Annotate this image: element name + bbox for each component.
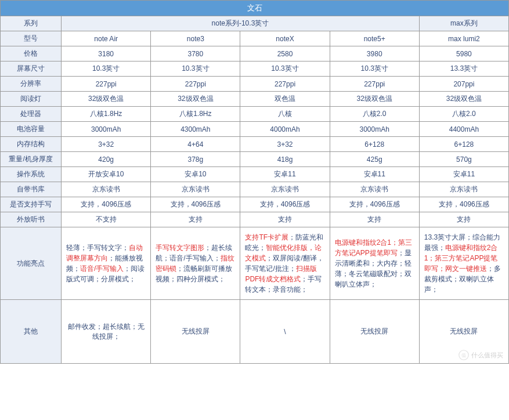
cell-price-note3: 3780	[151, 46, 240, 61]
cell-tts-noteX: 支持	[240, 212, 330, 227]
cell-store-note5p: 京东读书	[330, 182, 419, 197]
cell-screen-note5p: 10.3英寸	[330, 61, 419, 77]
cell-pen-noteX: 支持，4096压感	[240, 197, 330, 212]
cell-weight-maxlumi2: 570g	[419, 152, 508, 167]
cell-light-note5p: 32级双色温	[330, 92, 419, 107]
cell-cpu-note5p: 八核2.0	[330, 107, 419, 122]
cell-other-note3: 无线投屏	[151, 300, 240, 364]
row-ppi: 分辨率227ppi227ppi227ppi227ppi207ppi	[1, 77, 509, 92]
row-light: 阅读灯32级双色温32级双色温双色温32级双色温32级双色温	[1, 92, 509, 107]
row-tts: 外放听书不支持支持支持支持支持	[1, 212, 509, 227]
cell-pen-note3: 支持，4096压感	[151, 197, 240, 212]
cell-screen-note3: 10.3英寸	[151, 61, 240, 77]
cell-battery-note5p: 3000mAh	[330, 122, 419, 137]
cell-battery-maxlumi2: 4400mAh	[419, 122, 508, 137]
cell-price-noteAir: 3180	[62, 46, 151, 61]
cell-price-noteX: 2580	[240, 46, 330, 61]
comparison-table: 文石 系列 note系列-10.3英寸 max系列 型号note Airnote…	[0, 0, 509, 364]
cell-model-note5p: note5+	[330, 31, 419, 46]
cell-store-note3: 京东读书	[151, 182, 240, 197]
row-label-cpu: 处理器	[1, 107, 62, 122]
row-label-other: 其他	[1, 300, 62, 364]
series-row: 系列 note系列-10.3英寸 max系列	[1, 16, 509, 31]
cell-model-note3: note3	[151, 31, 240, 46]
row-label-weight: 重量/机身厚度	[1, 152, 62, 167]
cell-cpu-note3: 八核1.8Hz	[151, 107, 240, 122]
row-label-store: 自带书库	[1, 182, 62, 197]
row-label-tts: 外放听书	[1, 212, 62, 227]
row-battery: 电池容量3000mAh4300mAh4000mAh3000mAh4400mAh	[1, 122, 509, 137]
cell-weight-note5p: 425g	[330, 152, 419, 167]
cell-pen-maxlumi2: 支持，4096压感	[419, 197, 508, 212]
note-series-header: note系列-10.3英寸	[62, 16, 420, 31]
watermark-text: 什么值得买	[471, 351, 503, 360]
cell-light-note3: 32级双色温	[151, 92, 240, 107]
cell-light-noteAir: 32级双色温	[62, 92, 151, 107]
cell-ppi-noteAir: 227ppi	[62, 77, 151, 92]
row-cpu: 处理器八核1.8Hz八核1.8Hz八核八核2.0八核2.0	[1, 107, 509, 122]
cell-pen-noteAir: 支持，4096压感	[62, 197, 151, 212]
watermark-icon: 值	[459, 350, 469, 360]
row-storage: 内存结构3+324+643+326+1286+128	[1, 137, 509, 152]
row-model: 型号note Airnote3noteXnote5+max lumi2	[1, 31, 509, 46]
row-label-os: 操作系统	[1, 167, 62, 182]
brand-title: 文石	[1, 1, 509, 16]
cell-battery-noteX: 4000mAh	[240, 122, 330, 137]
cell-store-noteX: 京东读书	[240, 182, 330, 197]
cell-ppi-maxlumi2: 207ppi	[419, 77, 508, 92]
row-label-ppi: 分辨率	[1, 77, 62, 92]
cell-os-noteX: 安卓11	[240, 167, 330, 182]
cell-light-maxlumi2: 32级双色温	[419, 92, 508, 107]
cell-storage-note3: 4+64	[151, 137, 240, 152]
cell-price-maxlumi2: 5980	[419, 46, 508, 61]
cell-cpu-noteX: 八核	[240, 107, 330, 122]
row-label-feat: 功能亮点	[1, 227, 62, 300]
cell-tts-noteAir: 不支持	[62, 212, 151, 227]
cell-storage-noteX: 3+32	[240, 137, 330, 152]
cell-feat-noteAir: 轻薄；手写转文字；自动调整屏幕方向；能播放视频；语音/手写输入；阅读版式可调；分…	[62, 227, 151, 300]
cell-ppi-noteX: 227ppi	[240, 77, 330, 92]
row-feat: 功能亮点轻薄；手写转文字；自动调整屏幕方向；能播放视频；语音/手写输入；阅读版式…	[1, 227, 509, 300]
cell-feat-note5p: 电源键和指纹2合1；第三方笔记APP提笔即写；显示清晰柔和；大内存；轻薄；冬云笔…	[330, 227, 419, 300]
row-label-pen: 是否支持手写	[1, 197, 62, 212]
cell-screen-maxlumi2: 13.3英寸	[419, 61, 508, 77]
row-label-light: 阅读灯	[1, 92, 62, 107]
row-os: 操作系统开放安卓10安卓10安卓11安卓11安卓11	[1, 167, 509, 182]
cell-model-maxlumi2: max lumi2	[419, 31, 508, 46]
cell-other-noteX: \	[240, 300, 330, 364]
cell-store-maxlumi2: 京东读书	[419, 182, 508, 197]
cell-ppi-note5p: 227ppi	[330, 77, 419, 92]
cell-battery-note3: 4300mAh	[151, 122, 240, 137]
svg-text:值: 值	[461, 353, 466, 358]
cell-cpu-noteAir: 八核1.8Hz	[62, 107, 151, 122]
cell-feat-note3: 手写转文字图形；超长续航；语音/手写输入；指纹密码锁；流畅刷新可播放视频；四种分…	[151, 227, 240, 300]
cell-tts-maxlumi2: 支持	[419, 212, 508, 227]
cell-other-noteAir: 邮件收发；超长续航；无线投屏；	[62, 300, 151, 364]
cell-tts-note5p: 支持	[330, 212, 419, 227]
row-label-model: 型号	[1, 31, 62, 46]
cell-price-note5p: 3980	[330, 46, 419, 61]
cell-screen-noteAir: 10.3英寸	[62, 61, 151, 77]
cell-os-noteAir: 开放安卓10	[62, 167, 151, 182]
cell-model-noteAir: note Air	[62, 31, 151, 46]
cell-os-note3: 安卓10	[151, 167, 240, 182]
row-pen: 是否支持手写支持，4096压感支持，4096压感支持，4096压感支持，4096…	[1, 197, 509, 212]
max-series-header: max系列	[419, 16, 508, 31]
cell-battery-noteAir: 3000mAh	[62, 122, 151, 137]
title-row: 文石	[1, 1, 509, 16]
cell-weight-noteAir: 420g	[62, 152, 151, 167]
series-label: 系列	[1, 16, 62, 31]
cell-screen-noteX: 10.3英寸	[240, 61, 330, 77]
row-label-screen: 屏幕尺寸	[1, 61, 62, 77]
cell-cpu-maxlumi2: 八核2.0	[419, 107, 508, 122]
row-other: 其他邮件收发；超长续航；无线投屏；无线投屏\无线投屏无线投屏	[1, 300, 509, 364]
cell-weight-note3: 378g	[151, 152, 240, 167]
cell-os-maxlumi2: 安卓11	[419, 167, 508, 182]
cell-storage-maxlumi2: 6+128	[419, 137, 508, 152]
cell-storage-noteAir: 3+32	[62, 137, 151, 152]
cell-other-note5p: 无线投屏	[330, 300, 419, 364]
cell-model-noteX: noteX	[240, 31, 330, 46]
cell-feat-maxlumi2: 13.3英寸大屏；综合能力最强；电源键和指纹2合1；第三方笔记APP提笔即写；网…	[419, 227, 508, 300]
cell-os-note5p: 安卓11	[330, 167, 419, 182]
cell-light-noteX: 双色温	[240, 92, 330, 107]
